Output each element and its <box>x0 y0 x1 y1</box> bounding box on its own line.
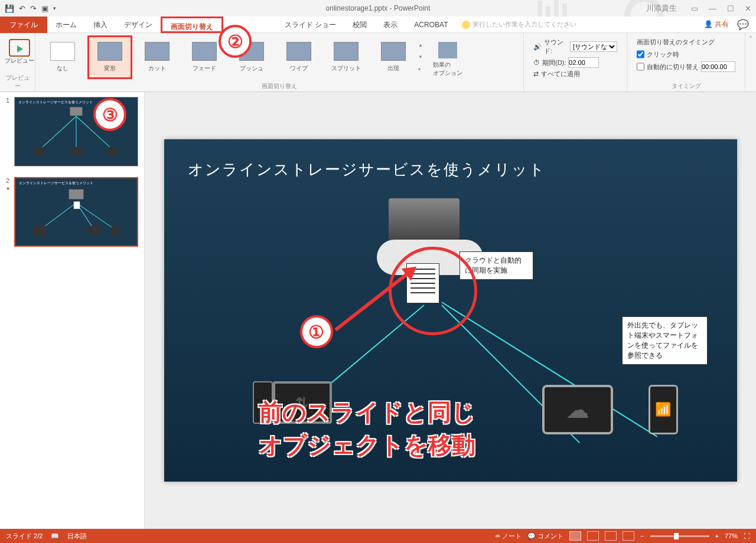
tab-file[interactable]: ファイル <box>0 17 47 33</box>
on-click-checkbox[interactable] <box>637 49 644 60</box>
minimize-icon[interactable]: — <box>709 4 716 13</box>
phone-graphic[interactable] <box>649 385 678 434</box>
svg-rect-9 <box>33 147 44 156</box>
ribbon-options-icon[interactable]: ▭ <box>691 4 698 13</box>
svg-rect-18 <box>89 226 101 234</box>
transition-morph[interactable]: 変形 <box>87 35 132 79</box>
zoom-level[interactable]: 77% <box>725 532 738 539</box>
ribbon-tabs: ファイル ホーム 挿入 デザイン 画面切り替え ② スライド ショー 校閲 表示… <box>0 17 756 33</box>
annotation-text: 前のスライドと同じオブジェクトを移動 <box>259 395 475 462</box>
user-name[interactable]: 川添貴生 <box>646 3 677 14</box>
svg-rect-8 <box>70 107 83 116</box>
slide-counter[interactable]: スライド 2/2 <box>6 532 43 541</box>
save-icon[interactable]: 💾 <box>5 4 14 13</box>
titlebar: 💾 ↶ ↷ ▣ ▾ onlinestorage1.pptx - PowerPoi… <box>0 0 756 17</box>
group-timing-label: タイミング <box>632 82 740 91</box>
statusbar: スライド 2/2 📖 日本語 ≐ ノート 💬 コメント − + 77% ⛶ <box>0 529 756 543</box>
group-transitions-label: 画面切り替え <box>40 82 519 91</box>
annotation-circle <box>389 247 477 335</box>
effect-options-button[interactable]: 効果の オプション <box>430 35 465 79</box>
window-title: onlinestorage1.pptx - PowerPoint <box>326 4 431 12</box>
thumbnail-2[interactable]: オンラインストレージサービスを使うメリット <box>14 177 138 247</box>
gallery-down-icon[interactable]: ▼ <box>418 54 428 60</box>
transition-split[interactable]: スプリット <box>324 35 369 79</box>
tab-review[interactable]: 校閲 <box>344 17 375 33</box>
tab-slideshow[interactable]: スライド ショー <box>276 17 344 33</box>
slide-title[interactable]: オンラインストレージサービスを使うメリット <box>188 159 546 180</box>
duration-input[interactable] <box>568 57 599 68</box>
notes-button[interactable]: ≐ ノート <box>495 532 522 541</box>
transition-cut[interactable]: カット <box>135 35 180 79</box>
transition-wipe[interactable]: ワイプ <box>276 35 321 79</box>
tab-design[interactable]: デザイン <box>116 17 161 33</box>
zoom-in-icon[interactable]: + <box>715 532 719 539</box>
bulb-icon <box>462 21 470 29</box>
apply-all-button[interactable]: ⇄すべてに適用 <box>533 70 617 78</box>
thumb-number-1: 1 <box>6 97 14 166</box>
svg-rect-10 <box>71 147 83 156</box>
reading-view-icon[interactable] <box>605 531 617 541</box>
start-slideshow-icon[interactable]: ▣ <box>41 4 48 13</box>
share-button[interactable]: 👤 共有 <box>704 19 729 30</box>
tablet-graphic[interactable] <box>542 385 613 434</box>
group-preview-label: プレビュー <box>5 74 30 91</box>
annotation-badge-3: ③ <box>93 98 126 131</box>
duration-icon: ⏱ <box>533 59 540 66</box>
tab-insert[interactable]: 挿入 <box>85 17 116 33</box>
slide-canvas[interactable]: オンラインストレージサービスを使うメリット クラウドと自動的に同期を実施 外出先… <box>164 139 737 482</box>
annotation-badge-1: ① <box>300 315 333 348</box>
qat-more-icon[interactable]: ▾ <box>53 5 56 11</box>
timing-title: 画面切り替えのタイミング <box>637 38 735 47</box>
content-area: ③ 1 オンラインストレージサービスを使うメリット 2★ オンラインストレージサ… <box>0 92 756 529</box>
vertical-scrollbar[interactable] <box>745 92 756 529</box>
spellcheck-icon[interactable]: 📖 <box>51 532 59 540</box>
tellme-search[interactable]: 実行したい作業を入力してください <box>462 20 576 29</box>
svg-rect-15 <box>69 189 84 199</box>
maximize-icon[interactable]: ☐ <box>727 4 734 13</box>
thumb-number-2: 2★ <box>6 177 14 247</box>
zoom-out-icon[interactable]: − <box>640 532 644 539</box>
preview-icon <box>9 39 30 57</box>
tab-view[interactable]: 表示 <box>375 17 406 33</box>
svg-rect-16 <box>74 201 80 208</box>
redo-icon[interactable]: ↷ <box>30 4 37 13</box>
close-icon[interactable]: ✕ <box>745 4 751 13</box>
sound-icon: 🔊 <box>533 43 542 51</box>
auto-advance-checkbox[interactable] <box>637 61 644 72</box>
effect-options-icon <box>438 42 457 58</box>
slideshow-view-icon[interactable] <box>623 531 634 541</box>
callout-mobile[interactable]: 外出先でも、タブレット端末やスマートフォンを使ってファイルを参照できる <box>622 316 708 365</box>
annotation-badge-2: ② <box>219 25 252 58</box>
undo-icon[interactable]: ↶ <box>19 4 25 13</box>
svg-line-5 <box>40 116 76 150</box>
gallery-up-icon[interactable]: ▲ <box>418 42 428 48</box>
sorter-view-icon[interactable] <box>587 531 599 541</box>
zoom-slider[interactable] <box>650 535 709 537</box>
slide-thumbnails-panel: ③ 1 オンラインストレージサービスを使うメリット 2★ オンラインストレージサ… <box>0 92 145 529</box>
gallery-more-icon[interactable]: ▾ <box>418 67 428 72</box>
tab-acrobat[interactable]: ACROBAT <box>406 17 456 33</box>
tab-home[interactable]: ホーム <box>47 17 85 33</box>
svg-rect-17 <box>34 226 46 235</box>
auto-advance-input[interactable] <box>701 61 735 72</box>
collapse-ribbon-icon[interactable]: ˄ <box>749 35 752 44</box>
transition-reveal[interactable]: 出現 <box>371 35 416 79</box>
comments-icon[interactable]: 💬 <box>737 19 749 30</box>
transition-none[interactable]: なし <box>40 35 85 79</box>
svg-rect-19 <box>112 226 119 235</box>
ribbon: プレビュー プレビュー なし 変形 カット フェード プッシュ ワイプ スプリッ… <box>0 33 756 92</box>
normal-view-icon[interactable] <box>569 531 581 541</box>
sound-select[interactable]: [サウンドなし] <box>570 41 617 52</box>
tab-transitions[interactable]: 画面切り替え <box>161 17 223 33</box>
preview-button[interactable]: プレビュー <box>5 35 34 65</box>
fit-window-icon[interactable]: ⛶ <box>744 532 750 539</box>
slide-canvas-area[interactable]: オンラインストレージサービスを使うメリット クラウドと自動的に同期を実施 外出先… <box>145 92 756 529</box>
svg-rect-11 <box>108 147 117 156</box>
comments-button[interactable]: 💬 コメント <box>527 532 563 541</box>
language-button[interactable]: 日本語 <box>67 532 87 541</box>
